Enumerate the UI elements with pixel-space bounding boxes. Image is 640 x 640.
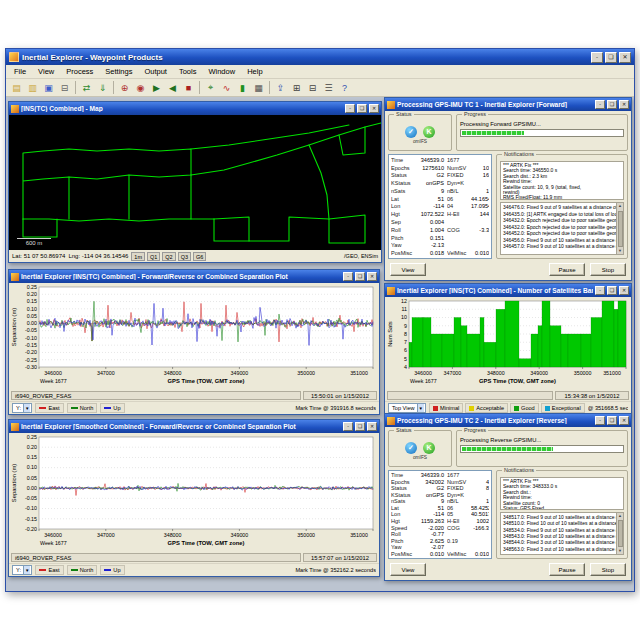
scroll-thumb[interactable] — [618, 211, 623, 247]
menu-item-file[interactable]: File — [8, 66, 32, 77]
scroll-up-icon[interactable]: ▲ — [618, 203, 622, 209]
download-data-icon[interactable]: ⇓ — [95, 80, 110, 95]
menu-item-view[interactable]: View — [32, 66, 60, 77]
separation-plot-icon[interactable]: ∿ — [219, 80, 234, 95]
legend-item-up[interactable]: Up — [100, 565, 124, 575]
mark-time-readout[interactable]: Mark Time @ 391916.8 seconds — [295, 405, 376, 411]
pause-button[interactable]: Pause — [549, 563, 585, 576]
zoom-out-icon[interactable]: ⊟ — [305, 80, 320, 95]
map-toggle-q2[interactable]: Q2 — [162, 252, 175, 261]
scrollbar[interactable]: ▲▼ — [616, 203, 623, 254]
stop-processing-icon[interactable]: ■ — [181, 80, 196, 95]
notifications-list[interactable]: 346476.0: Fixed 9 out of 9 satellites at… — [500, 202, 624, 255]
view-button[interactable]: View — [390, 263, 426, 276]
menu-item-tools[interactable]: Tools — [173, 66, 203, 77]
help-icon[interactable]: ? — [337, 80, 352, 95]
maximize-button[interactable]: ❏ — [357, 104, 367, 113]
minimize-button[interactable]: - — [595, 286, 605, 295]
convert-data-icon[interactable]: ⇄ — [79, 80, 94, 95]
print-icon[interactable]: ⊟ — [57, 80, 72, 95]
stop-button[interactable]: Stop — [590, 563, 626, 576]
minimize-button[interactable]: - — [595, 416, 605, 425]
map-window-icon[interactable]: ⌖ — [203, 80, 218, 95]
separation-plot-titlebar[interactable]: Inertial Explorer [INS(TC) Combined] - F… — [9, 270, 379, 283]
process-imu-icon[interactable]: ◉ — [133, 80, 148, 95]
close-button[interactable]: ✕ — [619, 286, 629, 295]
mark-time-readout[interactable]: @ 351668.5 seconds — [588, 405, 628, 411]
close-button[interactable]: ✕ — [619, 416, 629, 425]
view-select[interactable]: Top View▼ — [388, 403, 426, 413]
view-button[interactable]: View — [390, 563, 426, 576]
notification-item[interactable]: 348510.0: Fixed 10 out of 10 satellites … — [503, 520, 615, 526]
new-project-icon[interactable]: ▤ — [9, 80, 24, 95]
scroll-down-icon[interactable]: ▼ — [618, 248, 622, 254]
pause-button[interactable]: Pause — [549, 263, 585, 276]
maximize-button[interactable]: ❏ — [607, 100, 617, 109]
scroll-up-icon[interactable]: ▲ — [618, 513, 622, 519]
legend-item-up[interactable]: Up — [100, 403, 124, 413]
satellites-plot-canvas[interactable]: 1211109876543460003470003480003490003500… — [385, 297, 631, 390]
maximize-button[interactable]: ❏ — [607, 416, 617, 425]
process-reverse-icon[interactable]: ◀ — [165, 80, 180, 95]
legend-item-east[interactable]: East — [35, 403, 63, 413]
close-button[interactable]: ✕ — [619, 100, 629, 109]
map-canvas[interactable]: 600 m — [9, 115, 381, 250]
menu-item-process[interactable]: Process — [60, 66, 99, 77]
app-titlebar[interactable]: Inertial Explorer - Waypoint Products -❏… — [6, 49, 634, 65]
legend-item-acceptable[interactable]: Acceptable — [465, 403, 508, 413]
notification-item[interactable]: 346456.0: Fixed 9 out of 10 satellites a… — [503, 237, 615, 243]
notifications-list[interactable]: 348517.0: Fixed 9 out of 10 satellites a… — [500, 512, 624, 555]
maximize-button[interactable]: ❏ — [605, 52, 617, 63]
map-toggle-q3[interactable]: Q3 — [178, 252, 191, 261]
zoom-in-icon[interactable]: ⊞ — [289, 80, 304, 95]
stop-button[interactable]: Stop — [590, 263, 626, 276]
close-button[interactable]: ✕ — [619, 52, 631, 63]
smoothed-separation-plot-canvas[interactable]: 0.250.200.150.100.050.00-0.05-0.10-0.15-… — [9, 433, 379, 552]
processing-forward-titlebar[interactable]: Processing GPS-IMU TC 1 - Inertial Explo… — [385, 98, 631, 111]
processing-reverse-titlebar[interactable]: Processing GPS-IMU TC 2 - Inertial Explo… — [385, 414, 631, 427]
close-button[interactable]: ✕ — [369, 104, 379, 113]
y-axis-select[interactable]: Y:▼ — [12, 403, 32, 413]
minimize-button[interactable]: - — [591, 52, 603, 63]
scrollbar[interactable]: ▲▼ — [616, 513, 623, 554]
menu-item-settings[interactable]: Settings — [99, 66, 138, 77]
mark-time-readout[interactable]: Mark Time @ 352162.2 seconds — [295, 567, 376, 573]
notification-item[interactable]: 348544.0: Fixed 3 out of 10 satellites a… — [503, 539, 615, 545]
legend-item-good[interactable]: Good — [510, 403, 539, 413]
settings-icon[interactable]: ☰ — [321, 80, 336, 95]
map-window-titlebar[interactable]: [INS(TC) Combined] - Map -❏✕ — [9, 102, 381, 115]
satellite-plot-icon[interactable]: ▮ — [235, 80, 250, 95]
legend-item-north[interactable]: North — [67, 403, 98, 413]
minimize-button[interactable]: - — [343, 272, 353, 281]
notification-item[interactable]: 346432.0: Epoch rejected due to poor sat… — [503, 217, 615, 223]
scroll-down-icon[interactable]: ▼ — [618, 548, 622, 554]
legend-item-east[interactable]: East — [35, 565, 63, 575]
export-wizard-icon[interactable]: ⇪ — [273, 80, 288, 95]
legend-item-north[interactable]: North — [67, 565, 98, 575]
y-axis-select[interactable]: Y:▼ — [12, 565, 32, 575]
results-table-icon[interactable]: ▦ — [251, 80, 266, 95]
smoothed-separation-plot-titlebar[interactable]: Inertial Explorer [Smoothed Combined] - … — [9, 420, 379, 433]
menu-item-output[interactable]: Output — [138, 66, 173, 77]
map-toggle-q1[interactable]: Q1 — [147, 252, 160, 261]
close-button[interactable]: ✕ — [367, 422, 377, 431]
satellites-plot-titlebar[interactable]: Inertial Explorer [INS(TC) Combined] - N… — [385, 284, 631, 297]
maximize-button[interactable]: ❏ — [355, 272, 365, 281]
minimize-button[interactable]: - — [343, 422, 353, 431]
notification-item[interactable]: 346457.0: Fixed 9 out of 10 satellites a… — [503, 243, 615, 249]
menu-item-help[interactable]: Help — [241, 66, 268, 77]
menu-item-window[interactable]: Window — [202, 66, 241, 77]
process-forward-icon[interactable]: ▶ — [149, 80, 164, 95]
open-project-icon[interactable]: ▥ — [25, 80, 40, 95]
minimize-button[interactable]: - — [595, 100, 605, 109]
maximize-button[interactable]: ❏ — [355, 422, 365, 431]
legend-item-exceptional[interactable]: Exceptional — [541, 403, 585, 413]
process-gnss-icon[interactable]: ⊕ — [117, 80, 132, 95]
maximize-button[interactable]: ❏ — [607, 286, 617, 295]
scroll-thumb[interactable] — [618, 520, 623, 546]
save-project-icon[interactable]: ▣ — [41, 80, 56, 95]
notification-item[interactable]: 346476.0: Fixed 9 out of 9 satellites at… — [503, 204, 615, 210]
legend-item-minimal[interactable]: Minimal — [429, 403, 463, 413]
minimize-button[interactable]: - — [345, 104, 355, 113]
notification-item[interactable]: 348563.0: Fixed 3 out of 10 satellites a… — [503, 546, 615, 552]
